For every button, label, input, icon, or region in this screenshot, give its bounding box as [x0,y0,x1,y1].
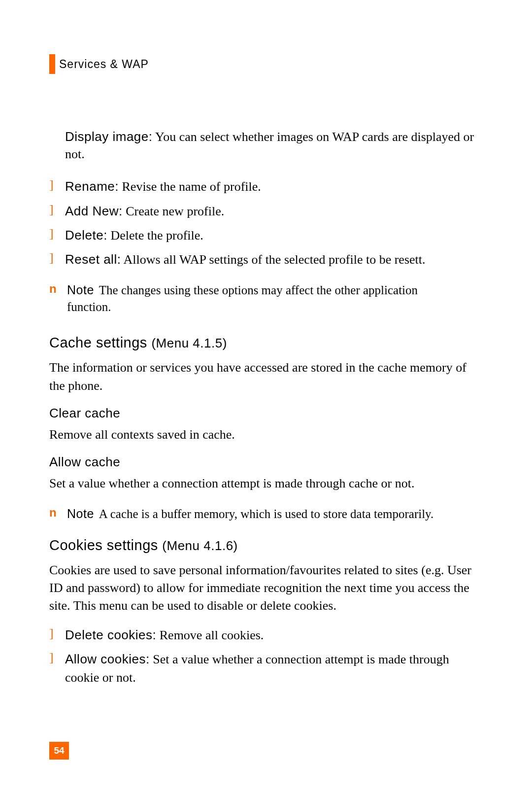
cookies-heading-text: Cookies settings [49,537,158,553]
page-content: Services & WAP Display image: You can se… [49,54,483,693]
rename-text: Revise the name of profile. [119,179,261,194]
header-title: Services & WAP [59,58,149,71]
bullet-icon: ] [49,226,65,244]
note-label: Note [67,507,94,521]
delete-text: Delete the profile. [107,228,203,243]
bullet-icon: ] [49,177,65,196]
profile-item-rename: ] Rename: Revise the name of profile. [49,177,483,196]
cache-menu-ref: (Menu 4.1.5) [151,336,227,350]
allow-cache-text: Set a value whether a connection attempt… [49,475,483,492]
reset-all-text: Allows all WAP settings of the selected … [121,252,425,267]
note-block-1: n NoteThe changes using these options ma… [49,282,483,315]
delete-cookies-text: Remove all cookies. [156,628,264,642]
profile-item-add-new: ] Add New: Create new profile. [49,202,483,220]
cookies-settings-heading: Cookies settings (Menu 4.1.6) [49,537,483,554]
bullet-icon: ] [49,650,65,687]
note-block-2: n NoteA cache is a buffer memory, which … [49,506,483,522]
cookies-menu-ref: (Menu 4.1.6) [162,538,237,553]
bullet-icon: ] [49,250,65,269]
page-number: 54 [49,742,69,760]
delete-cookies-label: Delete cookies: [65,627,156,642]
page-header: Services & WAP [49,54,483,74]
allow-cache-heading: Allow cache [49,454,483,470]
cookies-intro: Cookies are used to save personal inform… [49,561,483,615]
display-image-label: Display image: [65,129,153,144]
display-image-item: Display image: You can select whether im… [65,128,483,163]
cache-settings-heading: Cache settings (Menu 4.1.5) [49,335,483,351]
note1-text: The changes using these options may affe… [67,283,418,313]
rename-label: Rename: [65,179,119,194]
header-accent-bar [49,54,55,74]
allow-cookies-label: Allow cookies: [65,652,150,666]
note2-text: A cache is a buffer memory, which is use… [99,507,433,521]
note-marker-icon: n [49,506,67,522]
delete-label: Delete: [65,228,107,243]
clear-cache-text: Remove all contexts saved in cache. [49,426,483,444]
clear-cache-heading: Clear cache [49,406,483,421]
cache-heading-text: Cache settings [49,335,147,350]
note-label: Note [67,283,94,297]
bullet-icon: ] [49,202,65,220]
cookies-item-allow: ] Allow cookies: Set a value whether a c… [49,650,483,687]
profile-item-reset-all: ] Reset all: Allows all WAP settings of … [49,250,483,269]
bullet-icon: ] [49,626,65,644]
reset-all-label: Reset all: [65,252,121,267]
add-new-text: Create new profile. [123,204,224,218]
cookies-item-delete: ] Delete cookies: Remove all cookies. [49,626,483,644]
add-new-label: Add New: [65,204,123,218]
profile-item-delete: ] Delete: Delete the profile. [49,226,483,244]
note-marker-icon: n [49,282,67,315]
cache-intro: The information or services you have acc… [49,359,483,395]
